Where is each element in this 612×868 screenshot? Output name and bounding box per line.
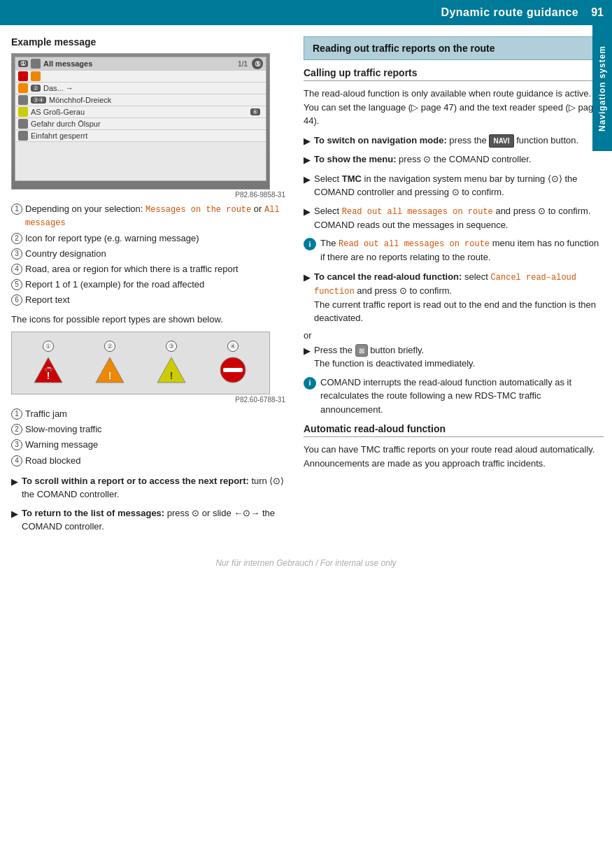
msg-row-6: Einfahrt gesperrt [15, 130, 266, 142]
orange-icon-2 [18, 83, 28, 93]
icon-5 [18, 119, 28, 129]
icon-shape-1: ! 🚗 [33, 355, 64, 385]
svg-text:🚗: 🚗 [44, 363, 53, 372]
nav-icon [31, 59, 41, 69]
icon-item-1: 1 Traffic jam [11, 408, 285, 420]
page-wrapper: Dynamic route guidance 91 Navigation sys… [0, 0, 612, 868]
badge-5: ⑤ [252, 58, 263, 69]
icon-num-4: ④ [227, 341, 239, 352]
nav-sidebar-tab: Navigation system [592, 25, 612, 151]
arrow-text-1: To switch on navigation mode: press the … [314, 134, 604, 148]
icons-para: The icons for possible report types are … [11, 313, 285, 327]
msg-row-5: Gefahr durch Ölspur [15, 118, 266, 130]
arrow-item-cancel: ▶ To cancel the read-aloud function: sel… [304, 270, 604, 325]
circle-4: 4 [11, 264, 22, 275]
info-icon-2: i [304, 377, 316, 390]
info-item-2: i COMAND interrupts the read-aloud funct… [304, 376, 604, 417]
screenshot2: ① ! 🚗 ② ! [11, 332, 270, 394]
arrow-icon-2: ▶ [304, 153, 311, 167]
svg-rect-8 [223, 368, 243, 372]
arrow-text-5: To cancel the read-aloud function: selec… [314, 270, 604, 325]
icon-6 [18, 131, 28, 141]
icon-3 [18, 95, 28, 105]
info-text-1: The Read out all messages on route menu … [320, 236, 604, 264]
watermark: Nur für internen Gebrauch / For internal… [0, 546, 612, 574]
right-column: Reading out traffic reports on the route… [298, 36, 604, 539]
badge-1: ① [18, 60, 28, 67]
arrow-icon-4: ▶ [304, 205, 311, 232]
header-bar: Dynamic route guidance 91 [0, 0, 612, 25]
circle-1: 1 [11, 204, 22, 215]
badge-6: ⑥ [250, 108, 260, 115]
badge-34: ③④ [31, 97, 46, 104]
msg-row-2: ② Das... → [15, 83, 266, 94]
auto-title: Automatic read-aloud function [304, 423, 604, 437]
msg-row-4: AS Groß-Gerau ⑥ [15, 106, 266, 118]
icon-cell-1: ① ! 🚗 [33, 341, 64, 385]
read-out-link-2: Read out all messages on route [339, 239, 490, 249]
arrow-text-6: Press the ⊠ button briefly. The function… [314, 343, 604, 371]
num-item-5: 5 Report 1 of 1 (example) for the road a… [11, 278, 285, 291]
icon-circle-2: 2 [11, 424, 22, 435]
icon-shape-2: ! [94, 355, 125, 385]
icon-item-3: 3 Warning message [11, 439, 285, 451]
icon-shape-3: ! [156, 355, 187, 385]
arrow-text-3: Select TMC in the navigation system menu… [314, 172, 604, 199]
arrow-icon-1: ▶ [304, 134, 311, 148]
icon-cell-3: ③ ! [156, 341, 187, 385]
icon-circle-4: 4 [11, 455, 22, 467]
calling-up-title: Calling up traffic reports [304, 67, 604, 81]
arrow-item-readout: ▶ Select Read out all messages on route … [304, 204, 604, 232]
content-area: Example message ① All messages 1/1 ⑤ [0, 25, 612, 546]
num-item-6: 6 Report text [11, 294, 285, 306]
icon-cell-4: ④ [218, 341, 248, 385]
svg-text:!: ! [47, 370, 50, 381]
msg-row-header: ① All messages 1/1 ⑤ [15, 57, 266, 71]
icon-circle-1: 1 [11, 408, 22, 420]
num-item-1: 1 Depending on your selection: Messages … [11, 203, 285, 229]
reading-out-box: Reading out traffic reports on the route [304, 36, 604, 60]
scroll-item: ▶ To scroll within a report or to access… [11, 474, 285, 501]
img-caption-1: P82.86-9858-31 [11, 191, 285, 199]
screenshot1: ① All messages 1/1 ⑤ ② Das... → [11, 53, 270, 190]
arrow-item-nav: ▶ To switch on navigation mode: press th… [304, 134, 604, 148]
icon-item-4: 4 Road blocked [11, 455, 285, 467]
arrow-item-menu: ▶ To show the menu: press ⊙ the COMAND c… [304, 152, 604, 167]
auto-para: You can have TMC traffic reports on your… [304, 443, 604, 470]
circle-6: 6 [11, 294, 22, 306]
circle-3: 3 [11, 248, 22, 259]
img-caption-2: P82.60-6788-31 [11, 396, 285, 404]
svg-text:!: ! [170, 370, 173, 381]
calling-up-para: The read-aloud function is only availabl… [304, 87, 604, 128]
icon-item-2: 2 Slow-moving traffic [11, 423, 285, 436]
num-item-4: 4 Road, area or region for which there i… [11, 263, 285, 276]
num-item-2: 2 Icon for report type (e.g. warning mes… [11, 232, 285, 245]
left-section-title: Example message [11, 36, 285, 48]
icon-4 [18, 107, 28, 117]
scroll-text: To scroll within a report or to access t… [22, 474, 285, 501]
navi-button: NAVI [489, 134, 513, 148]
arrow-icon-3: ▶ [304, 173, 311, 199]
icon-circle-3: 3 [11, 439, 22, 450]
header-page: 91 [591, 6, 604, 19]
info-item-1: i The Read out all messages on route men… [304, 236, 604, 264]
return-text: To return to the list of messages: press… [22, 506, 285, 534]
icon-num-1: ① [43, 341, 54, 352]
arrow-item-press: ▶ Press the ⊠ button briefly. The functi… [304, 343, 604, 371]
read-out-link: Read out all messages on route [342, 207, 493, 217]
msg-row-1 [15, 71, 266, 83]
arrow-item-tmc: ▶ Select TMC in the navigation system me… [304, 172, 604, 199]
info-text-2: COMAND interrupts the read-aloud functio… [320, 376, 604, 417]
circle-2: 2 [11, 233, 22, 244]
screenshot1-inner: ① All messages 1/1 ⑤ ② Das... → [15, 57, 266, 181]
icon-cell-2: ② ! [94, 341, 125, 385]
arrow-icon-scroll: ▶ [11, 475, 18, 501]
num-item-3: 3 Country designation [11, 248, 285, 260]
arrow-icon-return: ▶ [11, 507, 18, 534]
svg-text:!: ! [108, 370, 112, 381]
arrow-text-4: Select Read out all messages on route an… [314, 204, 604, 232]
button-icon: ⊠ [355, 344, 368, 357]
badge-2: ② [31, 85, 41, 92]
left-column: Example message ① All messages 1/1 ⑤ [11, 36, 298, 539]
icon-shape-4 [218, 355, 248, 385]
